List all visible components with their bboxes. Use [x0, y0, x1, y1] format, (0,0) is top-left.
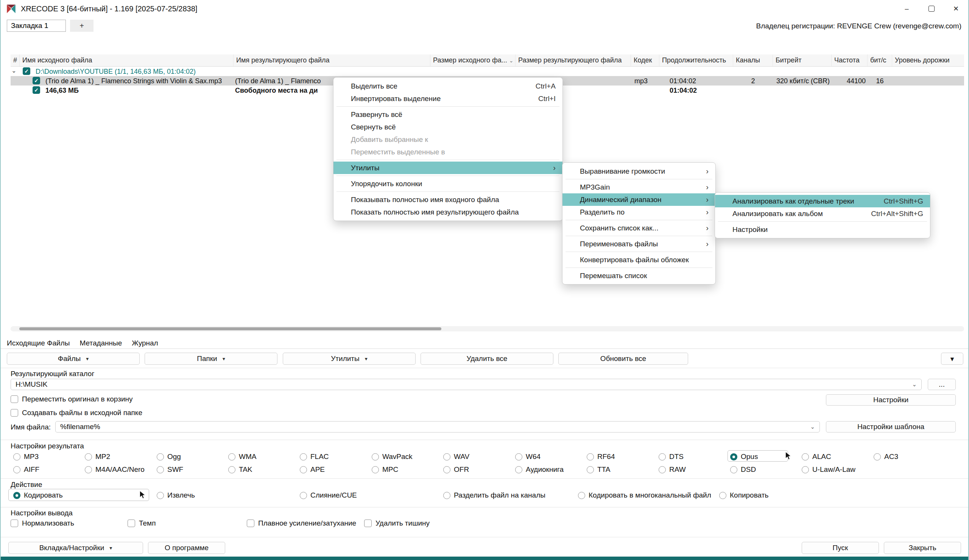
delete-all-button[interactable]: Удалить все	[421, 353, 553, 365]
menu-item-analyze-as-album[interactable]: Анализировать как альбомCtrl+Alt+Shift+G	[715, 207, 930, 220]
menu-item-show-full-input-name[interactable]: Показывать полностью имя входного файла	[333, 193, 563, 206]
action-encode-multichannel[interactable]: Кодировать в многоканальный файл	[578, 490, 711, 500]
minimize-button[interactable]: –	[894, 0, 919, 17]
col-codec[interactable]: Кодек	[631, 55, 659, 66]
expander-icon[interactable]: ⌄	[12, 67, 16, 74]
group-checkbox[interactable]: ✓	[23, 67, 30, 75]
format-opus[interactable]: Opus	[730, 452, 758, 462]
tempo-option[interactable]: Темп	[128, 519, 156, 527]
format-wma[interactable]: WMA	[228, 452, 256, 462]
menu-item-mp3gain[interactable]: MP3Gain›	[563, 181, 715, 193]
format-flac[interactable]: FLAC	[300, 452, 329, 462]
toolbar-more-button[interactable]: ▾	[941, 353, 963, 365]
output-dir-combobox[interactable]: H:\MUSIK ⌄	[11, 379, 922, 390]
tab-output-files[interactable]: Исходящие Файлы	[7, 339, 70, 347]
format-ac3[interactable]: AC3	[874, 452, 898, 462]
menu-item-analyze-as-tracks[interactable]: Анализировать как отдельные трекиCtrl+Sh…	[715, 195, 930, 207]
format-dts[interactable]: DTS	[659, 452, 684, 462]
normalize-checkbox[interactable]	[11, 520, 18, 527]
col-frequency[interactable]: Частота	[832, 55, 867, 66]
fade-option[interactable]: Плавное усиление/затухание	[247, 519, 356, 527]
scrollbar-thumb[interactable]	[19, 327, 441, 330]
folders-dropdown-button[interactable]: Папки▾	[145, 353, 278, 365]
col-duration[interactable]: Продолжительность	[659, 55, 733, 66]
move-to-trash-checkbox[interactable]	[11, 395, 18, 403]
menu-item-convert-cover-files[interactable]: Конвертировать файлы обложек	[563, 254, 715, 266]
action-merge-cue[interactable]: Слияние/CUE	[300, 490, 357, 500]
close-button[interactable]: ✕	[944, 0, 968, 17]
format-wavpack[interactable]: WavPack	[372, 452, 413, 462]
format-raw[interactable]: RAW	[659, 465, 686, 475]
close-app-button[interactable]: Закрыть	[884, 542, 961, 554]
template-settings-button[interactable]: Настройки шаблона	[826, 421, 956, 432]
menu-item-dr-settings[interactable]: Настройки	[715, 223, 930, 236]
format-swf[interactable]: SWF	[157, 465, 183, 475]
menu-item-invert-selection[interactable]: Инвертировать выделениеCtrl+I	[333, 92, 563, 105]
horizontal-scrollbar[interactable]	[11, 326, 964, 331]
trash-settings-button[interactable]: Настройки	[826, 394, 956, 405]
menu-item-select-all[interactable]: Выделить всеCtrl+A	[333, 80, 563, 92]
create-in-source-option[interactable]: Создавать файлы в исходной папке	[11, 409, 142, 417]
format-mp3[interactable]: MP3	[13, 452, 38, 462]
format-aiff[interactable]: AIFF	[13, 465, 39, 475]
tab-log[interactable]: Журнал	[132, 339, 158, 347]
format-w64[interactable]: W64	[515, 452, 541, 462]
format-wav[interactable]: WAV	[443, 452, 470, 462]
menu-item-show-full-output-name[interactable]: Показать полностью имя результирующего ф…	[333, 206, 563, 218]
menu-item-shuffle-list[interactable]: Перемешать список	[563, 269, 715, 282]
utilities-dropdown-button[interactable]: Утилиты▾	[283, 353, 416, 365]
browse-button[interactable]: ...	[928, 379, 956, 390]
col-channels[interactable]: Каналы	[733, 55, 773, 66]
normalize-option[interactable]: Нормализовать	[11, 519, 74, 527]
create-in-source-checkbox[interactable]	[11, 409, 18, 417]
about-button[interactable]: О программе	[148, 542, 225, 554]
menu-item-volume-leveling[interactable]: Выравнивание громкости›	[563, 165, 715, 178]
maximize-button[interactable]	[919, 0, 944, 17]
remove-silence-checkbox[interactable]	[364, 520, 372, 527]
format-dsd[interactable]: DSD	[730, 465, 756, 475]
action-encode[interactable]: Кодировать	[13, 490, 63, 500]
format-alac[interactable]: ALAC	[802, 452, 831, 462]
tempo-checkbox[interactable]	[128, 520, 135, 527]
col-target-size[interactable]: Размер результирующего файла	[516, 55, 631, 66]
tab-metadata[interactable]: Метаданные	[80, 339, 122, 347]
file-checkbox[interactable]: ✓	[33, 77, 40, 85]
format-mp2[interactable]: MP2	[85, 452, 110, 462]
format-ulaw[interactable]: U-Law/A-Law	[802, 465, 856, 475]
col-bitrate[interactable]: Битрейт	[773, 55, 832, 66]
format-rf64[interactable]: RF64	[587, 452, 615, 462]
filename-combobox[interactable]: %filename% ⌄	[55, 421, 820, 432]
col-source-size[interactable]: Размер исходного фа... ⌄	[430, 55, 516, 66]
fade-checkbox[interactable]	[247, 520, 255, 527]
menu-item-expand-all[interactable]: Развернуть всё	[333, 108, 563, 121]
format-ogg[interactable]: Ogg	[157, 452, 181, 462]
format-audiobook[interactable]: Аудиокнига	[515, 465, 564, 475]
menu-item-save-list-as[interactable]: Сохранить список как...›	[563, 222, 715, 234]
menu-item-rename-files[interactable]: Переименовать файлы›	[563, 238, 715, 250]
summary-checkbox[interactable]: ✓	[33, 86, 40, 94]
format-m4a[interactable]: M4A/AAC/Nero	[85, 465, 145, 475]
table-row-group[interactable]: ⌄ ✓ D:\Downloads\YOUTUBE (1/1, 146,63 МБ…	[11, 66, 964, 76]
menu-item-utilities[interactable]: Утилиты›	[333, 161, 563, 174]
format-tta[interactable]: TTA	[587, 465, 610, 475]
format-mpc[interactable]: MPC	[372, 465, 398, 475]
move-to-trash-option[interactable]: Переместить оригинал в корзину	[11, 395, 133, 403]
refresh-all-button[interactable]: Обновить все	[558, 353, 688, 365]
col-target-name[interactable]: Имя результирующего файла	[233, 55, 430, 66]
format-ofr[interactable]: OFR	[443, 465, 469, 475]
action-copy[interactable]: Копировать	[719, 490, 768, 500]
group-path[interactable]: D:\Downloads\YOUTUBE (1/1, 146,63 МБ, 01…	[36, 67, 196, 75]
remove-silence-option[interactable]: Удалить тишину	[364, 519, 430, 527]
menu-item-dynamic-range[interactable]: Динамический диапазон›	[563, 193, 715, 206]
action-split-channels[interactable]: Разделить файл на каналы	[443, 490, 545, 500]
format-tak[interactable]: TAK	[228, 465, 253, 475]
col-source-name[interactable]: Имя исходного файла	[20, 55, 233, 66]
add-tab-button[interactable]: +	[70, 20, 93, 32]
action-extract[interactable]: Извлечь	[157, 490, 195, 500]
col-number[interactable]: #	[11, 55, 20, 66]
col-bits[interactable]: бит/с	[867, 55, 892, 66]
tab-bookmark-1[interactable]: Закладка 1	[7, 20, 66, 32]
menu-item-collapse-all[interactable]: Свернуть всё	[333, 121, 563, 133]
start-button[interactable]: Пуск	[802, 542, 879, 554]
col-track-level[interactable]: Уровень дорожки	[892, 55, 964, 66]
